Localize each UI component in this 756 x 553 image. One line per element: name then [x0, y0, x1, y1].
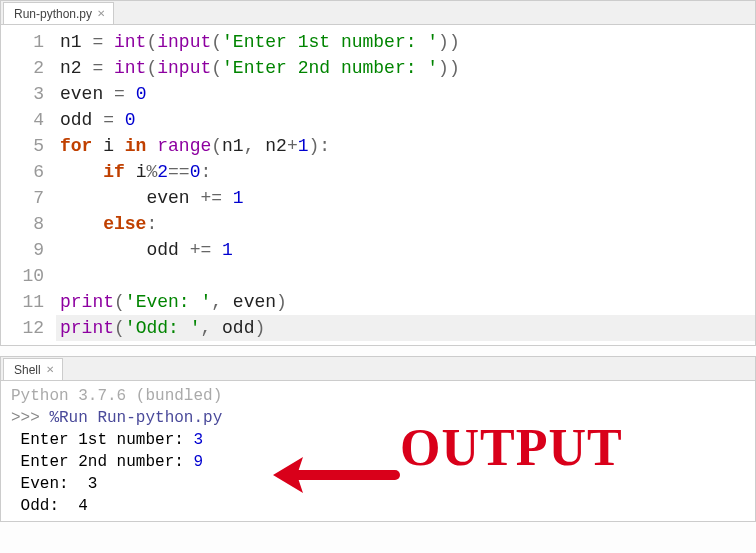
shell-output-line: Enter 2nd number: 9 — [11, 451, 745, 473]
line-number: 2 — [5, 55, 44, 81]
shell-output: Enter 1st number: 3 Enter 2nd number: 9 … — [11, 429, 745, 517]
code-line[interactable]: for i in range(n1, n2+1): — [56, 133, 755, 159]
line-number: 6 — [5, 159, 44, 185]
close-icon[interactable]: ✕ — [46, 364, 54, 375]
code-line[interactable]: even = 0 — [56, 81, 755, 107]
line-number: 8 — [5, 211, 44, 237]
shell-tab-bar: Shell ✕ — [1, 357, 755, 381]
shell-tab-label: Shell — [14, 363, 41, 377]
code-line[interactable]: even += 1 — [56, 185, 755, 211]
line-number: 7 — [5, 185, 44, 211]
code-line[interactable]: if i%2==0: — [56, 159, 755, 185]
code-line[interactable]: n1 = int(input('Enter 1st number: ')) — [56, 29, 755, 55]
shell-body[interactable]: Python 3.7.6 (bundled) >>> %Run Run-pyth… — [1, 381, 755, 521]
line-number: 10 — [5, 263, 44, 289]
shell-run-command: %Run Run-python.py — [49, 409, 222, 427]
code-line[interactable]: else: — [56, 211, 755, 237]
editor-pane: Run-python.py ✕ 123456789101112 n1 = int… — [0, 0, 756, 346]
code-line[interactable]: n2 = int(input('Enter 2nd number: ')) — [56, 55, 755, 81]
close-icon[interactable]: ✕ — [97, 8, 105, 19]
line-number-gutter: 123456789101112 — [1, 25, 56, 345]
code-line[interactable]: odd += 1 — [56, 237, 755, 263]
code-area[interactable]: 123456789101112 n1 = int(input('Enter 1s… — [1, 25, 755, 345]
shell-version: Python 3.7.6 (bundled) — [11, 387, 222, 405]
shell-tab[interactable]: Shell ✕ — [3, 358, 63, 380]
line-number: 9 — [5, 237, 44, 263]
editor-tab-label: Run-python.py — [14, 7, 92, 21]
code-line[interactable]: print('Even: ', even) — [56, 289, 755, 315]
editor-tab-bar: Run-python.py ✕ — [1, 1, 755, 25]
line-number: 3 — [5, 81, 44, 107]
code-line[interactable]: odd = 0 — [56, 107, 755, 133]
code-body[interactable]: n1 = int(input('Enter 1st number: '))n2 … — [56, 25, 755, 345]
shell-output-line: Even: 3 — [11, 473, 745, 495]
editor-tab[interactable]: Run-python.py ✕ — [3, 2, 114, 24]
line-number: 1 — [5, 29, 44, 55]
line-number: 12 — [5, 315, 44, 341]
code-line[interactable] — [56, 263, 755, 289]
line-number: 4 — [5, 107, 44, 133]
line-number: 11 — [5, 289, 44, 315]
code-line[interactable]: print('Odd: ', odd) — [56, 315, 755, 341]
line-number: 5 — [5, 133, 44, 159]
shell-prompt: >>> — [11, 409, 49, 427]
shell-output-line: Enter 1st number: 3 — [11, 429, 745, 451]
shell-pane: Shell ✕ Python 3.7.6 (bundled) >>> %Run … — [0, 356, 756, 522]
shell-output-line: Odd: 4 — [11, 495, 745, 517]
